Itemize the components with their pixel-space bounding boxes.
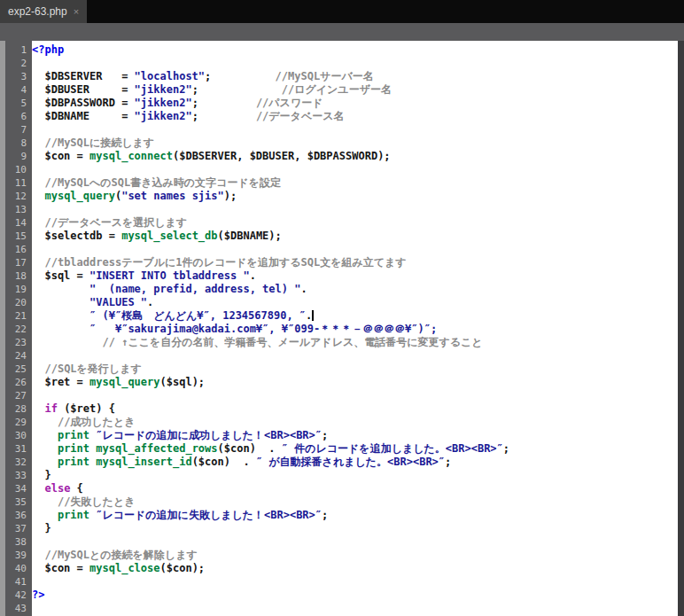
code-line[interactable]: 36 print ″レコードの追加に失敗しました！<BR><BR>″; xyxy=(0,509,678,522)
code-line[interactable]: 43 xyxy=(0,602,678,615)
code-text: $con = mysql_close($con); xyxy=(29,562,205,575)
line-number: 21 xyxy=(0,309,29,323)
toolbar-band xyxy=(0,23,684,41)
code-text: //MySQLとの接続を解除します xyxy=(29,549,198,562)
line-number: 22 xyxy=(0,323,29,336)
code-text: else { xyxy=(29,482,83,495)
line-number: 40 xyxy=(0,562,29,575)
code-text: print mysql_affected_rows($con) . ″ 件のレコ… xyxy=(29,442,509,456)
code-line[interactable]: 37 } xyxy=(0,522,678,535)
line-number: 31 xyxy=(0,442,29,456)
line-number: 25 xyxy=(0,363,29,376)
line-number: 6 xyxy=(0,110,29,123)
code-line[interactable]: 33 } xyxy=(0,469,678,482)
code-line[interactable]: 25 //SQLを発行します xyxy=(0,363,678,376)
code-line[interactable]: 17 //tbladdressテーブルに1件のレコードを追加するSQL文を組み立… xyxy=(0,256,678,269)
tab-close-icon[interactable]: × xyxy=(74,7,79,17)
line-number: 16 xyxy=(0,243,29,256)
code-text: //SQLを発行します xyxy=(29,363,142,376)
line-number: 20 xyxy=(0,296,29,309)
code-line[interactable]: 10 xyxy=(0,163,678,176)
code-text xyxy=(29,602,32,615)
code-text: <?php xyxy=(29,43,64,57)
code-line[interactable]: 8 //MySQLに接続します xyxy=(0,136,678,150)
code-line[interactable]: 4 $DBUSER = "jikken2"; //ログインユーザー名 xyxy=(0,83,678,97)
line-number: 9 xyxy=(0,150,29,163)
code-text: $DBUSER = "jikken2"; //ログインユーザー名 xyxy=(29,83,392,97)
line-number: 23 xyxy=(0,336,29,349)
line-number: 39 xyxy=(0,549,29,562)
code-line[interactable]: 6 $DBNAME = "jikken2"; //データベース名 xyxy=(0,110,678,123)
code-text: //失敗したとき xyxy=(29,495,135,509)
vertical-scrollbar[interactable] xyxy=(678,41,684,616)
code-editor[interactable]: 1<?php23 $DBSERVER = "localhost"; //MySQ… xyxy=(0,41,684,616)
code-line[interactable]: 27 xyxy=(0,389,678,402)
line-number: 26 xyxy=(0,376,29,389)
code-line[interactable]: 23 // ↑ここを自分の名前、学籍番号、メールアドレス、電話番号に変更すること xyxy=(0,336,678,349)
line-number: 38 xyxy=(0,535,29,549)
line-number: 30 xyxy=(0,429,29,442)
line-number: 43 xyxy=(0,602,29,615)
line-number: 33 xyxy=(0,469,29,482)
line-number: 2 xyxy=(0,57,29,70)
code-line[interactable]: 26 $ret = mysql_query($sql); xyxy=(0,376,678,389)
line-number: 34 xyxy=(0,482,29,495)
code-text: //データベースを選択します xyxy=(29,216,187,230)
code-line[interactable]: 32 print mysql_insert_id($con) . ″ が自動採番… xyxy=(0,456,678,469)
code-line[interactable]: 16 xyxy=(0,243,678,256)
code-line[interactable]: 22 ″ ¥″sakurajima@kadai.com¥″, ¥″099-＊＊＊… xyxy=(0,323,678,336)
code-line[interactable]: 38 xyxy=(0,535,678,549)
tab-title: exp2-63.php xyxy=(8,5,67,18)
line-number: 15 xyxy=(0,230,29,243)
code-line[interactable]: 41 xyxy=(0,575,678,589)
code-text xyxy=(29,389,32,402)
code-line[interactable]: 7 xyxy=(0,123,678,136)
code-line[interactable]: 28 if ($ret) { xyxy=(0,402,678,416)
line-number: 5 xyxy=(0,97,29,110)
code-text xyxy=(29,203,32,216)
code-line[interactable]: 5 $DBPASSWORD = "jikken2"; //パスワード xyxy=(0,97,678,110)
line-number: 36 xyxy=(0,509,29,522)
tab-exp2-63-php[interactable]: exp2-63.php × xyxy=(0,0,87,23)
code-text xyxy=(29,535,32,549)
code-line[interactable]: 29 //成功したとき xyxy=(0,416,678,429)
line-number: 13 xyxy=(0,203,29,216)
code-line[interactable]: 13 xyxy=(0,203,678,216)
code-text: // ↑ここを自分の名前、学籍番号、メールアドレス、電話番号に変更すること xyxy=(29,336,483,349)
code-line[interactable]: 35 //失敗したとき xyxy=(0,495,678,509)
line-number: 11 xyxy=(0,176,29,190)
code-lines: 1<?php23 $DBSERVER = "localhost"; //MySQ… xyxy=(0,43,678,615)
tab-bar: exp2-63.php × xyxy=(0,0,684,23)
code-line[interactable]: 18 $sql = "INSERT INTO tbladdress ". xyxy=(0,269,678,283)
line-number: 27 xyxy=(0,389,29,402)
code-line[interactable]: 1<?php xyxy=(0,43,678,57)
line-number: 35 xyxy=(0,495,29,509)
line-number: 24 xyxy=(0,349,29,363)
code-line[interactable]: 9 $con = mysql_connect($DBSERVER, $DBUSE… xyxy=(0,150,678,163)
code-line[interactable]: 14 //データベースを選択します xyxy=(0,216,678,230)
code-line[interactable]: 30 print ″レコードの追加に成功しました！<BR><BR>″; xyxy=(0,429,678,442)
line-number: 37 xyxy=(0,522,29,535)
line-number: 32 xyxy=(0,456,29,469)
code-line[interactable]: 42?> xyxy=(0,589,678,602)
code-line[interactable]: 34 else { xyxy=(0,482,678,495)
code-line[interactable]: 19 " (name, prefid, address, tel) ". xyxy=(0,283,678,296)
code-line[interactable]: 2 xyxy=(0,57,678,70)
code-line[interactable]: 3 $DBSERVER = "localhost"; //MySQLサーバー名 xyxy=(0,70,678,83)
code-line[interactable]: 15 $selectdb = mysql_select_db($DBNAME); xyxy=(0,230,678,243)
code-line[interactable]: 21 ″ (¥″桜島 どんどん¥″, 1234567890, ″. xyxy=(0,309,678,323)
text-caret xyxy=(312,310,314,321)
code-text: ″ ¥″sakurajima@kadai.com¥″, ¥″099-＊＊＊－＠＠… xyxy=(29,323,437,336)
line-number: 17 xyxy=(0,256,29,269)
line-number: 3 xyxy=(0,70,29,83)
code-line[interactable]: 20 "VALUES ". xyxy=(0,296,678,309)
code-text: print mysql_insert_id($con) . ″ が自動採番されま… xyxy=(29,456,451,469)
code-text: if ($ret) { xyxy=(29,402,115,416)
code-line[interactable]: 24 xyxy=(0,349,678,363)
code-line[interactable]: 11 //MySQLへのSQL書き込み時の文字コードを設定 xyxy=(0,176,678,190)
code-line[interactable]: 40 $con = mysql_close($con); xyxy=(0,562,678,575)
code-line[interactable]: 12 mysql_query("set names sjis"); xyxy=(0,190,678,203)
code-line[interactable]: 31 print mysql_affected_rows($con) . ″ 件… xyxy=(0,442,678,456)
code-line[interactable]: 39 //MySQLとの接続を解除します xyxy=(0,549,678,562)
code-text xyxy=(29,243,32,256)
